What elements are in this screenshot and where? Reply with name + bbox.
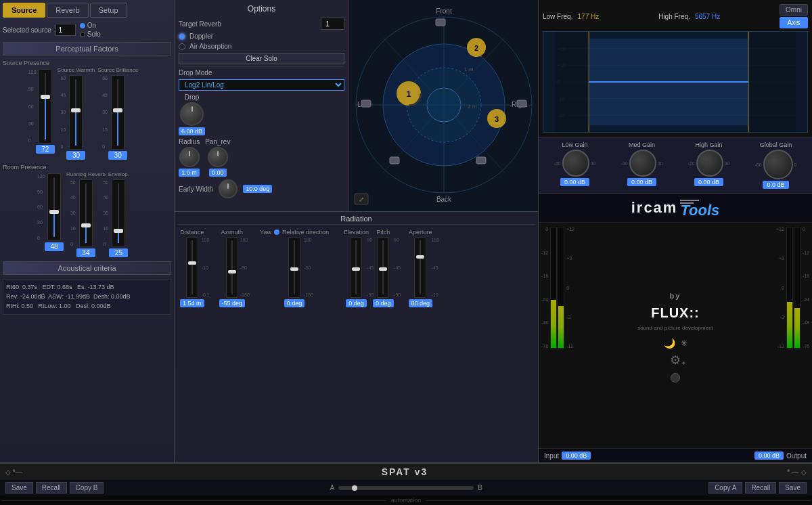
input-label: Input — [544, 452, 559, 460]
eq-svg: +20 +10 0 -10 -20 — [543, 32, 807, 132]
azimuth-label: Azimuth — [221, 229, 244, 236]
eq-display[interactable]: +20 +10 0 -10 -20 — [543, 31, 808, 133]
early-width-container: Early Width 10.0 deg — [179, 179, 344, 198]
clear-solo-btn[interactable]: Clear Solo — [179, 53, 344, 64]
center-indicator-knob[interactable] — [671, 373, 680, 382]
yaw-label: Yaw — [260, 229, 271, 236]
tab-bar: Source Reverb Setup — [3, 3, 171, 18]
presence-slider[interactable]: 1209060300 — [39, 69, 52, 144]
high-gain-knob[interactable] — [696, 150, 723, 177]
recall-right-btn[interactable]: Recall — [745, 482, 776, 493]
running-slider[interactable]: 504030100 — [79, 179, 93, 247]
yaw-col: Yaw Relative direction 180-90-180 0 deg — [260, 229, 329, 307]
yaw-slider[interactable]: 180-90-180 — [288, 237, 300, 298]
ircam-tools: Tools — [680, 204, 719, 217]
doppler-toggle[interactable] — [179, 33, 185, 40]
eq-section: Low Freq. 177 Hz High Freq. 5657 Hz Omni… — [539, 0, 812, 137]
drop-row: Drop 6.00 dB — [179, 93, 344, 135]
high-gain-label: High Gain — [695, 141, 722, 148]
radius-value: 1.0 m — [179, 169, 200, 177]
elev-pitch-group: Elevation 90-45-90 0 deg Pitc — [344, 229, 394, 307]
copy-b-btn[interactable]: Copy B — [70, 482, 104, 493]
on-radio[interactable]: On — [80, 22, 101, 29]
air-absorption-toggle[interactable] — [179, 43, 185, 50]
radius-knob[interactable] — [179, 147, 200, 167]
app-title-area: SPAT v3 — [382, 466, 428, 477]
selected-source-input[interactable] — [55, 24, 76, 36]
save-right-btn[interactable]: Save — [779, 482, 807, 493]
io-labels: Input 0.00 dB 0.00 dB Output — [539, 448, 812, 462]
room-slider[interactable]: 1209060300 — [47, 173, 61, 241]
pan-rev-value: 0.00 — [209, 169, 227, 177]
aperture-slider[interactable]: 180-45-10 — [414, 237, 426, 298]
meter-bar-4 — [794, 227, 800, 349]
early-width-knob[interactable] — [219, 179, 238, 198]
output-group: 0.00 dB Output — [754, 452, 807, 460]
brilliance-col: Source Brilliance 604530150 30 — [97, 68, 138, 160]
tab-reverb[interactable]: Reverb — [47, 3, 88, 18]
warmth-value: 30 — [66, 151, 85, 160]
settings-gear-icon[interactable]: ⚙ — [670, 353, 681, 367]
drop-mode-select[interactable]: Log2 Lin/Log — [179, 79, 344, 91]
spat-view[interactable]: Front Back Left Right 1 m 2 m 1 — [349, 0, 538, 211]
recall-btn[interactable]: Recall — [36, 482, 67, 493]
memory-row: Save Recall Copy B A B Copy A Recall Sav… — [0, 480, 812, 496]
on-radio-dot — [80, 23, 85, 28]
pitch-slider[interactable]: 90-45-90 — [377, 237, 389, 298]
pan-rev-knob-container: Pan_rev 0.00 — [205, 138, 230, 177]
running-value: 34 — [76, 248, 95, 257]
room-value: 48 — [45, 242, 64, 251]
running-col: Running Reverb 504030100 34 — [66, 172, 106, 257]
warmth-slider[interactable]: 604530150 — [69, 75, 83, 150]
omni-btn[interactable]: Omni — [780, 4, 808, 16]
svg-rect-43 — [555, 32, 588, 132]
ab-slider-thumb[interactable] — [352, 485, 357, 491]
brilliance-slider[interactable]: 604530150 — [111, 75, 125, 150]
left-memory-btns: Save Recall Copy B — [5, 482, 104, 493]
elevation-label: Elevation — [344, 229, 369, 236]
pan-rev-knob[interactable] — [208, 147, 228, 167]
svg-rect-25 — [476, 157, 486, 164]
source-presence-header: Source Presence — [3, 60, 171, 66]
copy-a-btn[interactable]: Copy A — [708, 482, 742, 493]
solo-radio[interactable]: Solo — [80, 30, 101, 38]
svg-text:2 m: 2 m — [468, 104, 477, 110]
low-gain-knob[interactable] — [562, 150, 589, 177]
left-transport: ◇ *— — [5, 468, 22, 476]
axis-btn[interactable]: Axis — [780, 17, 808, 28]
svg-text:Back: Back — [436, 196, 452, 203]
pitch-value: 0 deg — [373, 299, 394, 307]
drop-knob[interactable] — [180, 102, 204, 126]
acoustical-line1: Rt60: 0.37s EDT: 0.68s Es: -13.73 dB — [6, 282, 168, 292]
target-reverb-input[interactable] — [321, 18, 344, 30]
presence-col: 1209060300 72 — [36, 68, 55, 160]
perceptual-title: Perceptual Factors — [3, 42, 171, 56]
transport-arrows-right2: ◇ — [801, 468, 807, 476]
med-gain-knob[interactable] — [629, 150, 656, 177]
ab-slider[interactable] — [338, 486, 474, 490]
distance-slider[interactable]: 100-10-0.1 — [186, 237, 198, 298]
azimuth-slider[interactable]: 180-90-180 — [226, 237, 238, 298]
ircam-logo-area: ircam Tools — [539, 194, 812, 223]
global-gain-value: 0.0 dB — [763, 181, 788, 189]
early-width-label: Early Width — [179, 185, 213, 193]
save-btn[interactable]: Save — [5, 482, 33, 493]
elevation-col: Elevation 90-45-90 0 deg — [344, 229, 369, 307]
global-gain-scale: -60 0 — [754, 150, 796, 179]
global-gain-knob[interactable] — [763, 150, 793, 179]
elevation-slider[interactable]: 90-45-90 — [350, 237, 362, 298]
relative-dir-indicator — [274, 229, 279, 235]
envelop-label: Envelop. — [108, 172, 129, 178]
room-col: 1209060300 48 — [45, 172, 64, 257]
svg-rect-26 — [361, 100, 371, 107]
tab-source[interactable]: Source — [3, 3, 45, 18]
top-section: Source Reverb Setup Selected source On S… — [0, 0, 812, 462]
input-group: Input 0.00 dB — [544, 452, 591, 460]
svg-rect-24 — [390, 157, 399, 164]
envelop-slider[interactable]: 504030100 — [112, 179, 125, 247]
right-transport: * — ◇ — [787, 468, 807, 476]
tab-setup[interactable]: Setup — [90, 3, 127, 18]
eq-header: Low Freq. 177 Hz High Freq. 5657 Hz Omni… — [543, 4, 808, 28]
med-gain-scale: -30 30 — [621, 150, 663, 177]
med-gain-value: 0.00 dB — [627, 178, 656, 186]
